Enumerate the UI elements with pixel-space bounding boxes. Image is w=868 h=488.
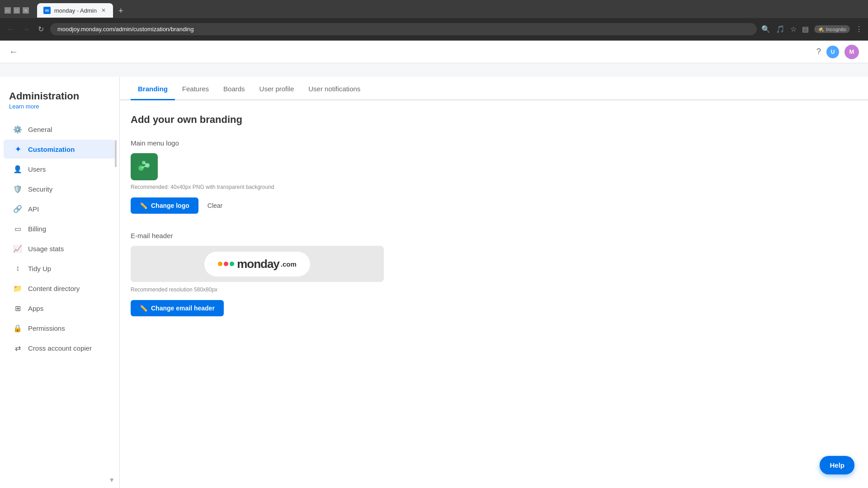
change-email-header-button[interactable]: ✏️ Change email header — [131, 300, 224, 316]
nav-label-billing: Billing — [28, 225, 46, 233]
nav-label-permissions: Permissions — [28, 324, 65, 332]
toolbar-right: ? U M — [816, 45, 859, 59]
nav-label-content-directory: Content directory — [28, 285, 80, 292]
app-toolbar: ← ? U M — [0, 41, 868, 63]
minimize-button[interactable]: ─ — [5, 7, 11, 14]
pencil-icon: ✏️ — [140, 202, 147, 209]
monday-dots — [218, 262, 234, 266]
email-header-preview: monday .com — [131, 246, 384, 282]
pencil-icon-email: ✏️ — [140, 305, 147, 312]
email-action-buttons: ✏️ Change email header — [131, 300, 857, 316]
sidebar-nav: ⚙️ General ✦ Customization 👤 Users 🛡️ Se… — [0, 120, 119, 357]
permissions-icon: 🔒 — [13, 323, 23, 333]
tab-title: monday - Admin — [54, 7, 97, 14]
sidebar: Administration Learn more ⚙️ General ✦ C… — [0, 77, 120, 488]
sidebar-item-users[interactable]: 👤 Users — [4, 160, 116, 178]
avatar-primary[interactable]: M — [844, 45, 859, 59]
sidebar-item-apps[interactable]: ⊞ Apps — [4, 299, 116, 318]
browser-chrome: ─ □ ✕ m monday - Admin ✕ + ← → ↻ 🔍 🎵 ☆ ▤… — [0, 0, 868, 41]
sidebar-item-api[interactable]: 🔗 API — [4, 199, 116, 218]
address-bar: ← → ↻ 🔍 🎵 ☆ ▤ 🕵 Incognito ⋮ — [0, 18, 868, 41]
gear-icon: ⚙️ — [13, 124, 23, 134]
logo-section: Main menu logo Recommended: 40x40px PNG … — [131, 139, 857, 214]
learn-more-link[interactable]: Learn more — [9, 103, 110, 110]
scroll-indicator — [115, 140, 117, 167]
sidebar-item-usage-stats[interactable]: 📈 Usage stats — [4, 239, 116, 258]
scroll-down-indicator: ▼ — [108, 476, 115, 483]
billing-icon: ▭ — [13, 224, 23, 234]
nav-label-api: API — [28, 205, 39, 213]
logo-action-buttons: ✏️ Change logo Clear — [131, 197, 857, 214]
dot-orange — [218, 262, 222, 266]
nav-label-cross-account-copier: Cross account copier — [28, 344, 92, 352]
content-body: Add your own branding Main menu logo Rec — [120, 100, 868, 348]
back-nav-button[interactable]: ← — [9, 47, 18, 57]
email-section: E-mail header monday .com Recommend — [131, 232, 857, 316]
tab-branding[interactable]: Branding — [131, 77, 175, 100]
new-tab-button[interactable]: + — [115, 5, 127, 18]
nav-label-usage-stats: Usage stats — [28, 245, 64, 253]
copier-icon: ⇄ — [13, 343, 23, 353]
main-content: Branding Features Boards User profile Us… — [120, 77, 868, 488]
help-button[interactable]: Help — [820, 456, 854, 474]
back-button[interactable]: ← — [5, 23, 16, 35]
maximize-button[interactable]: □ — [14, 7, 20, 14]
nav-label-security: Security — [28, 185, 52, 193]
monday-logo-text: monday — [237, 257, 279, 271]
incognito-icon: 🕵 — [818, 26, 824, 32]
nav-label-customization: Customization — [28, 145, 75, 153]
logo-section-label: Main menu logo — [131, 139, 857, 147]
sidebar-item-permissions[interactable]: 🔒 Permissions — [4, 319, 116, 338]
clear-logo-button[interactable]: Clear — [206, 200, 224, 211]
sidebar-item-general[interactable]: ⚙️ General — [4, 120, 116, 139]
close-button[interactable]: ✕ — [23, 7, 29, 14]
monday-logo-container: monday .com — [204, 252, 310, 277]
nav-label-users: Users — [28, 165, 46, 173]
sidebar-item-billing[interactable]: ▭ Billing — [4, 219, 116, 238]
logo-preview — [131, 153, 158, 180]
media-icon[interactable]: 🎵 — [776, 25, 785, 33]
avatar-secondary[interactable]: U — [826, 46, 839, 58]
tab-user-notifications[interactable]: User notifications — [301, 77, 368, 100]
menu-button[interactable]: ⋮ — [855, 25, 863, 33]
api-icon: 🔗 — [13, 204, 23, 214]
security-icon: 🛡️ — [13, 184, 23, 194]
email-section-label: E-mail header — [131, 232, 857, 239]
customization-icon: ✦ — [13, 144, 23, 154]
active-tab[interactable]: m monday - Admin ✕ — [37, 3, 113, 18]
sidebar-icon[interactable]: ▤ — [802, 25, 809, 33]
incognito-badge: 🕵 Incognito — [814, 25, 850, 33]
sidebar-item-tidy-up[interactable]: ↕ Tidy Up — [4, 259, 116, 278]
bookmark-icon[interactable]: ☆ — [790, 25, 797, 33]
help-icon-toolbar[interactable]: ? — [816, 47, 821, 56]
forward-button[interactable]: → — [21, 23, 32, 35]
sidebar-item-cross-account-copier[interactable]: ⇄ Cross account copier — [4, 338, 116, 357]
app-container: Administration Learn more ⚙️ General ✦ C… — [0, 54, 868, 488]
email-recommended-text: Recommended resolution 580x80px — [131, 286, 857, 293]
tab-bar: m monday - Admin ✕ + — [33, 3, 863, 18]
nav-label-general: General — [28, 126, 52, 133]
sidebar-item-customization[interactable]: ✦ Customization — [4, 140, 116, 159]
dot-green — [230, 262, 234, 266]
sidebar-header: Administration Learn more — [0, 86, 119, 113]
logo-recommended-text: Recommended: 40x40px PNG with transparen… — [131, 184, 857, 190]
tidy-icon: ↕ — [13, 263, 23, 273]
incognito-label: Incognito — [826, 27, 846, 32]
nav-label-tidy-up: Tidy Up — [28, 265, 51, 272]
users-icon: 👤 — [13, 164, 23, 174]
change-logo-button[interactable]: ✏️ Change logo — [131, 197, 198, 214]
reload-button[interactable]: ↻ — [36, 23, 46, 35]
sidebar-item-security[interactable]: 🛡️ Security — [4, 179, 116, 198]
content-icon: 📁 — [13, 283, 23, 293]
tab-close-button[interactable]: ✕ — [100, 6, 107, 14]
tab-user-profile[interactable]: User profile — [252, 77, 302, 100]
search-icon[interactable]: 🔍 — [761, 25, 770, 33]
monday-logo-com: .com — [281, 260, 297, 268]
tab-boards[interactable]: Boards — [216, 77, 252, 100]
tab-features[interactable]: Features — [175, 77, 216, 100]
url-input[interactable] — [50, 23, 757, 35]
nav-label-apps: Apps — [28, 305, 43, 312]
sidebar-item-content-directory[interactable]: 📁 Content directory — [4, 279, 116, 298]
dot-red — [224, 262, 228, 266]
logo-preview-image — [133, 155, 156, 178]
